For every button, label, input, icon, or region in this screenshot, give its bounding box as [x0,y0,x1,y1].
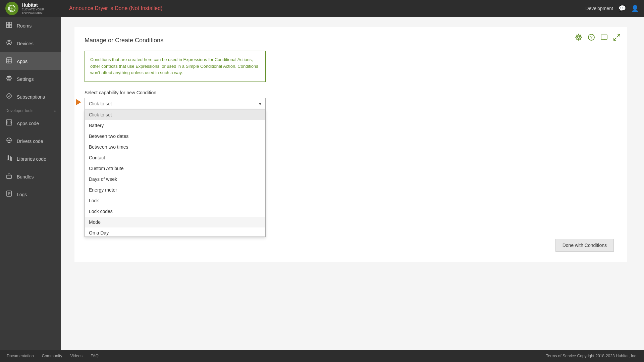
dropdown-item[interactable]: Mode [85,217,265,227]
logs-icon [5,190,13,199]
footer-documentation-link[interactable]: Documentation [7,354,34,358]
footer-copyright: Terms of Service Copyright 2018-2023 Hub… [546,354,637,358]
svg-point-12 [8,77,10,79]
bundles-icon [5,172,13,181]
sidebar-item-label: Logs [17,192,27,197]
logo-text-block: Hubitat ELEVATE YOUR ENVIRONMENT [22,2,66,15]
sidebar-item-label: Apps code [17,121,39,126]
install-status: (Not Installed) [129,5,163,11]
main-layout: Rooms Devices Apps Settings Subscription… [0,17,644,350]
dropdown-item[interactable]: Click to set [85,109,265,120]
dropdown-item[interactable]: Days of week [85,174,265,185]
logo-area: Hubitat ELEVATE YOUR ENVIRONMENT [5,2,66,15]
dropdown-item[interactable]: Energy meter [85,185,265,195]
sidebar-item-label: Settings [17,76,34,82]
capability-dropdown[interactable]: Click to setBatteryBetween two datesBetw… [85,109,266,237]
sidebar-item-apps[interactable]: Apps [0,52,61,70]
rooms-icon [5,21,13,30]
logo-subtitle: ELEVATE YOUR ENVIRONMENT [22,8,66,14]
dropdown-item[interactable]: On a Day [85,227,265,237]
dropdown-item[interactable]: Custom Attribute [85,163,265,174]
topbar: Hubitat ELEVATE YOUR ENVIRONMENT Announc… [0,0,644,17]
logo-icon [5,2,18,15]
svg-rect-8 [6,58,12,63]
collapse-icon[interactable]: « [53,108,56,113]
footer-right: Terms of Service Copyright 2018-2023 Hub… [546,354,637,358]
sidebar-item-settings[interactable]: Settings [0,70,61,88]
select-chevron-icon: ▾ [259,101,261,106]
dropdown-item[interactable]: Between two times [85,142,265,152]
footer-faq-link[interactable]: FAQ [91,354,99,358]
settings-toolbar-icon[interactable] [575,34,582,43]
svg-rect-2 [9,22,12,24]
svg-rect-4 [9,25,12,28]
svg-rect-21 [7,175,11,178]
sidebar-item-label: Libraries code [17,156,46,162]
svg-point-5 [7,40,11,45]
sidebar-item-label: Devices [17,41,34,46]
capability-select-trigger[interactable]: Click to set ▾ [85,98,266,109]
developer-tools-header: Developer tools « [0,106,61,114]
footer-community-link[interactable]: Community [42,354,62,358]
content-area: ? Manage or Create Conditions Conditions… [61,17,644,350]
dropdown-item[interactable]: Contact [85,152,265,163]
sidebar-item-apps-code[interactable]: Apps code [0,114,61,132]
sidebar: Rooms Devices Apps Settings Subscription… [0,17,61,350]
notification-icon[interactable]: 💬 [619,5,626,12]
settings-icon [5,75,13,83]
svg-point-6 [8,42,10,44]
svg-rect-1 [6,22,9,24]
select-current-value: Click to set [89,101,112,106]
svg-point-16 [8,140,10,141]
sidebar-item-label: Rooms [17,23,32,29]
dropdown-item[interactable]: Lock [85,195,265,206]
sidebar-item-label: Apps [17,59,28,64]
content-toolbar: ? [575,34,621,43]
content-panel: ? Manage or Create Conditions Conditions… [74,27,627,262]
title-text: Announce Dryer is Done [69,5,127,11]
drivers-code-icon [5,137,13,145]
svg-text:?: ? [590,35,593,40]
sidebar-item-label: Bundles [17,174,34,179]
devices-icon [5,39,13,48]
apps-icon [5,57,13,65]
done-button-area: Done with Conditions [555,239,614,252]
svg-rect-14 [6,120,12,125]
environment-label: Development [586,6,613,11]
help-toolbar-icon[interactable]: ? [588,34,595,43]
user-icon[interactable]: 👤 [631,5,639,12]
sidebar-item-devices[interactable]: Devices [0,35,61,52]
developer-tools-label: Developer tools [5,108,33,113]
dropdown-item[interactable]: Between two dates [85,131,265,142]
select-capability-label: Select capability for new Condition [85,90,617,95]
footer: Documentation Community Videos FAQ Terms… [0,350,644,362]
libraries-icon [5,155,13,163]
sidebar-item-rooms[interactable]: Rooms [0,17,61,35]
dropdown-item[interactable]: Lock codes [85,206,265,217]
subscriptions-icon [5,93,13,101]
svg-point-26 [578,36,580,39]
footer-videos-link[interactable]: Videos [70,354,82,358]
display-toolbar-icon[interactable] [600,34,608,43]
page-title: Manage or Create Conditions [85,37,617,44]
sidebar-item-subscriptions[interactable]: Subscriptions [0,88,61,106]
done-with-conditions-button[interactable]: Done with Conditions [555,239,614,252]
apps-code-icon [5,119,13,127]
dropdown-item[interactable]: Battery [85,120,265,131]
sidebar-item-bundles[interactable]: Bundles [0,168,61,186]
svg-rect-3 [6,25,9,28]
topbar-right: Development 💬 👤 [586,5,639,12]
info-text: Conditions that are created here can be … [90,57,258,75]
sidebar-item-drivers-code[interactable]: Drivers code [0,132,61,150]
sidebar-item-label: Subscriptions [17,94,45,100]
capability-select-wrapper: Click to set ▾ Click to setBatteryBetwee… [85,98,266,109]
page-header-title: Announce Dryer is Done (Not Installed) [69,5,586,11]
svg-rect-29 [601,35,607,39]
arrow-indicator [61,96,81,111]
sidebar-item-libraries-code[interactable]: Libraries code [0,150,61,168]
logo-name: Hubitat [22,2,66,8]
info-box: Conditions that are created here can be … [85,51,266,82]
fullscreen-toolbar-icon[interactable] [613,34,621,43]
sidebar-item-logs[interactable]: Logs [0,186,61,203]
sidebar-item-label: Drivers code [17,139,43,144]
